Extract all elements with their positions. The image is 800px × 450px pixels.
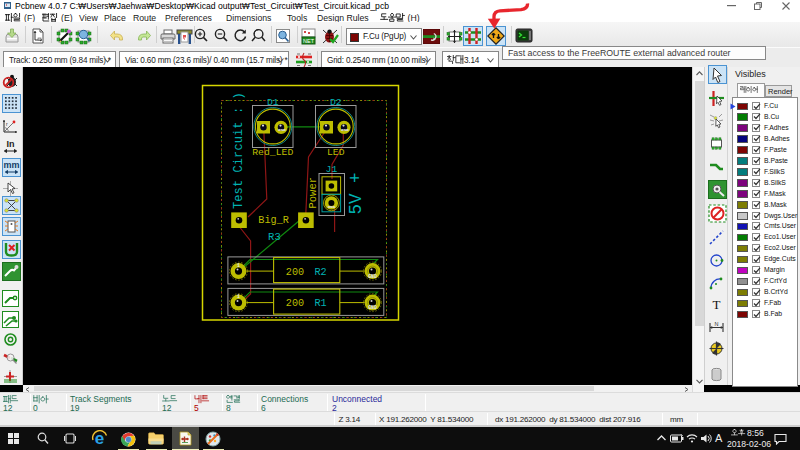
svg-text:GND: GND (368, 274, 377, 279)
svg-text:NET: NET (303, 38, 315, 44)
svg-text:GND: GND (341, 127, 349, 132)
svg-text:D1: D1 (267, 97, 279, 108)
svg-text:N: N (715, 321, 719, 327)
svg-text:mm: mm (3, 160, 19, 170)
svg-text:LED: LED (327, 147, 345, 158)
svg-text:Test Circuit : ): Test Circuit : ) (232, 92, 246, 209)
svg-text:GND: GND (278, 127, 286, 132)
svg-text:e: e (95, 430, 104, 447)
svg-text:200: 200 (286, 298, 304, 309)
svg-text:Power: Power (307, 177, 319, 209)
svg-text:R2: R2 (314, 267, 326, 278)
svg-text:1: 1 (237, 294, 240, 299)
svg-text:J1: J1 (326, 164, 338, 175)
svg-text:GND: GND (368, 305, 377, 310)
svg-text:Big_R: Big_R (258, 215, 289, 226)
svg-text:r: r (6, 121, 8, 127)
svg-text:In: In (7, 139, 15, 149)
svg-text:T: T (713, 297, 721, 312)
svg-text:200: 200 (286, 267, 304, 278)
svg-text:R1: R1 (314, 298, 326, 309)
svg-text:1: 1 (237, 263, 240, 268)
svg-text:5V +: 5V + (346, 172, 366, 214)
svg-text:GND: GND (328, 205, 336, 209)
svg-text:D2: D2 (330, 97, 342, 108)
svg-text:Red_LED: Red_LED (252, 147, 293, 158)
svg-text:R3: R3 (268, 231, 281, 243)
